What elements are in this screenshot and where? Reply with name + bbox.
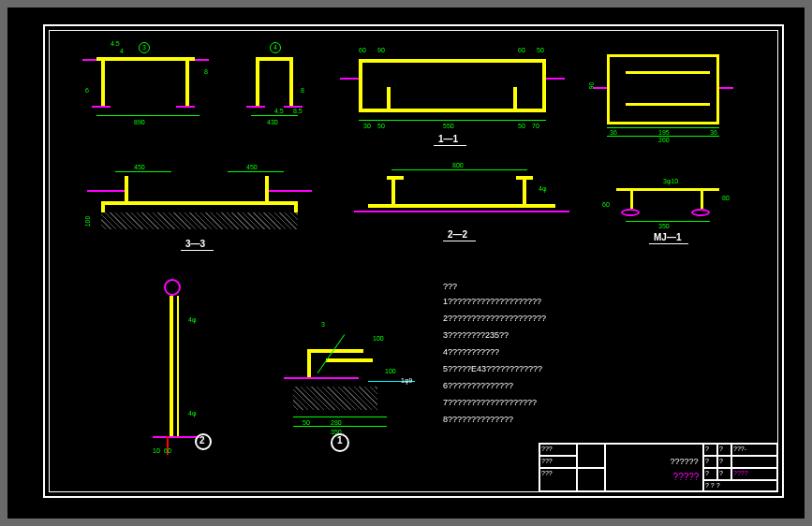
bubble-4-text: 4: [273, 44, 277, 51]
tb-r2c1: ???: [539, 456, 577, 468]
dim-60c: 60: [164, 447, 171, 454]
arrow-label: 1φ9: [401, 377, 412, 384]
dim-280: 280: [331, 419, 342, 426]
tb-mid1: [577, 444, 605, 468]
dim-6: 6: [85, 87, 89, 94]
dim-430: 430: [267, 119, 278, 125]
dim-36a: 36: [610, 129, 617, 136]
dim-4: 4: [120, 48, 124, 54]
dim-100b: 100: [373, 335, 384, 342]
dim-45a: 4.5: [111, 40, 120, 47]
tb-rr3c1: ?: [703, 468, 717, 480]
top-right-box-group: 90 36 195 36 260: [593, 54, 733, 148]
dim-80: 60: [602, 201, 610, 208]
dim-85: 8.5: [293, 108, 303, 114]
dim-4phi: 4φ: [539, 185, 546, 192]
detail-3-group: 3 890 4.5 4 8 6: [82, 59, 237, 134]
bubble-3-text: 3: [142, 44, 146, 51]
label-1-1: 1—1: [438, 134, 458, 144]
section-3-3-group: 450 450 100 3—3: [87, 171, 312, 256]
tb-mid2: [577, 468, 605, 492]
canvas[interactable]: 3 890 4.5 4 8 6 4 430: [7, 7, 805, 519]
dim-60b: 60: [359, 47, 366, 53]
section-1-1-group: 30 50 550 50 70 90 60 60 50 1—1: [340, 54, 565, 143]
tb-rr4: ? ? ?: [703, 480, 778, 492]
dim-450b: 450: [246, 164, 258, 170]
dim-50c: 50: [303, 419, 310, 426]
note-7: 7???????????????????: [443, 398, 537, 407]
notes-title: ???: [443, 282, 457, 291]
dim-60: 60: [518, 47, 525, 53]
mj-1-group: 3φ10 60 80 350 MJ—1: [602, 181, 733, 246]
tb-rr3c2: ?: [717, 468, 731, 480]
dim-3: 3: [321, 321, 325, 328]
tb-r1c1: ???: [539, 444, 577, 456]
dim-4pb: 4φ: [188, 410, 196, 416]
dim-100v: 100: [84, 216, 91, 227]
note-8: 8??????????????: [443, 415, 513, 424]
dim-10: 10: [153, 447, 160, 454]
tb-rr2c2: ?: [717, 456, 731, 468]
detail-1-group: 3 100 100 1φ9 50 280 350 1: [265, 321, 424, 452]
drawing-frame-inner: 3 890 4.5 4 8 6 4 430: [49, 30, 778, 492]
detail-4-group: 4 430 4.5 8.5 8: [246, 59, 312, 134]
dim-8: 8: [204, 68, 208, 75]
tb-r3c1: ???: [539, 468, 577, 492]
label-3-3: 3—3: [185, 239, 205, 249]
dim-v90: 90: [588, 82, 595, 90]
tb-rr1c2: ?: [717, 444, 731, 456]
dim-45b: 4.5: [274, 108, 284, 114]
note-1: 1????????????????????: [443, 297, 541, 306]
bubble-1-text: 1: [337, 435, 343, 446]
dim-50: 50: [537, 47, 544, 53]
dim-50b: 50: [518, 123, 525, 129]
dim-100c: 100: [385, 368, 396, 374]
dim-260: 260: [658, 137, 670, 143]
tb-center: ?????? ?????: [605, 444, 703, 492]
titleblock: ??? ??? ??? ?????? ????? ? ? ???- ? ? ? …: [539, 443, 777, 491]
dim-8b: 8: [301, 87, 304, 94]
dim-30: 50: [377, 123, 385, 129]
note-6: 6??????????????: [443, 381, 513, 390]
label-mj1: MJ—1: [654, 232, 681, 242]
section-2-2-group: 800 4φ 2—2: [359, 171, 565, 256]
dim-350: 350: [658, 223, 670, 229]
dim-70: 30: [363, 123, 371, 129]
tb-rr1c1: ?: [703, 444, 717, 456]
dim-550: 550: [443, 123, 454, 129]
dim-80b: 80: [722, 195, 730, 201]
note-2: 2?????????????????????: [443, 314, 546, 323]
tb-rr1c3: ???-: [731, 444, 778, 456]
dim-4p: 4φ: [188, 316, 196, 323]
dim-450a: 450: [134, 164, 145, 170]
dim-800: 800: [452, 162, 464, 168]
note-3: 3????????235??: [443, 330, 509, 340]
tb-rr2c1: ?: [703, 456, 717, 468]
dim-70b: 70: [532, 123, 539, 129]
dim-90: 90: [377, 47, 385, 53]
dim-890: 890: [134, 119, 145, 125]
dim-3phi10: 3φ10: [663, 178, 678, 184]
note-5: 5?????E43????????????: [443, 364, 542, 373]
tb-rr2c3: [731, 456, 778, 468]
drawing-frame-outer: 3 890 4.5 4 8 6 4 430: [43, 24, 784, 498]
notes-group: ??? 1???????????????????? 2?????????????…: [443, 282, 724, 441]
note-4: 4???????????: [443, 347, 499, 357]
detail-2-group: 4φ 4φ 10 60 2: [143, 279, 218, 461]
tb-rr3c3: ????: [731, 468, 778, 480]
bubble-2-text: 2: [199, 435, 205, 446]
dim-36b: 36: [710, 129, 717, 136]
label-2-2: 2—2: [448, 229, 467, 240]
dim-195: 195: [658, 129, 670, 136]
